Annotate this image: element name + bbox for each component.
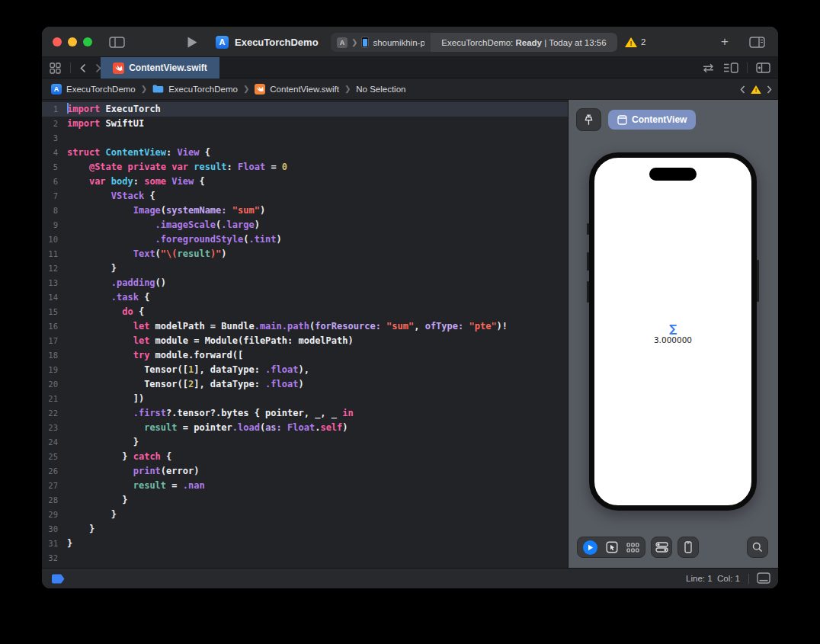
line-number[interactable]: 1 — [42, 102, 65, 117]
code-line[interactable]: 25 } catch { — [42, 450, 568, 464]
go-back-button[interactable] — [80, 63, 86, 73]
activity-status[interactable]: ExecuTorchDemo: Ready | Today at 13:56 — [431, 33, 617, 52]
swap-editor-button[interactable] — [702, 63, 715, 73]
line-number[interactable]: 2 — [42, 117, 65, 131]
line-number[interactable]: 3 — [42, 131, 65, 146]
code-line[interactable]: 30 } — [42, 522, 568, 537]
line-number[interactable]: 12 — [42, 261, 65, 276]
code-line[interactable]: 28 } — [42, 493, 568, 508]
preview-device-button[interactable] — [677, 537, 699, 558]
line-number[interactable]: 22 — [42, 406, 65, 421]
selectable-mode-button[interactable] — [606, 541, 618, 553]
line-number[interactable]: 13 — [42, 276, 65, 290]
line-number[interactable]: 31 — [42, 537, 65, 551]
code-line[interactable]: 23 result = pointer.load(as: Float.self) — [42, 421, 568, 435]
issue-indicator[interactable]: ! 2 — [625, 27, 645, 57]
code-line[interactable]: 9 .imageScale(.large) — [42, 218, 568, 232]
code-line[interactable]: 26 print(error) — [42, 464, 568, 479]
scheme-destination-selector[interactable]: A ❯ shoumikhin-ph — [331, 33, 431, 52]
line-number[interactable]: 7 — [42, 189, 65, 203]
line-number[interactable]: 23 — [42, 421, 65, 435]
code-line[interactable]: 22 .first?.tensor?.bytes { pointer, _, _… — [42, 406, 568, 421]
code-line[interactable]: 2import SwiftUI — [42, 117, 568, 131]
line-number[interactable]: 5 — [42, 160, 65, 175]
code-line[interactable]: 13 .padding() — [42, 276, 568, 290]
line-number[interactable]: 26 — [42, 464, 65, 479]
breadcrumb-file[interactable]: ContentView.swift — [255, 84, 339, 95]
add-editor-button[interactable] — [756, 62, 770, 73]
line-number[interactable]: 8 — [42, 203, 65, 218]
line-number[interactable]: 25 — [42, 450, 65, 464]
pin-preview-button[interactable] — [576, 108, 601, 131]
run-button[interactable] — [187, 27, 198, 57]
code-line[interactable]: 19 Tensor([1], dataType: .float), — [42, 363, 568, 377]
line-number[interactable]: 18 — [42, 348, 65, 363]
breakpoint-toggle-icon[interactable] — [51, 574, 66, 584]
line-number[interactable]: 10 — [42, 232, 65, 247]
line-number[interactable]: 16 — [42, 319, 65, 334]
preview-target-pill[interactable]: ContentView — [608, 110, 696, 130]
warning-icon[interactable]: ! — [751, 85, 761, 93]
code-line[interactable]: 18 try module.forward([ — [42, 348, 568, 363]
zoom-window-button[interactable] — [83, 37, 92, 46]
line-number[interactable]: 30 — [42, 522, 65, 537]
code-line[interactable]: 27 result = .nan — [42, 479, 568, 493]
live-preview-button[interactable] — [583, 540, 597, 555]
code-line[interactable]: 6 var body: some View { — [42, 175, 568, 189]
variants-mode-button[interactable] — [626, 543, 639, 553]
device-settings-button[interactable] — [651, 537, 672, 558]
tab-contentview-swift[interactable]: ContentView.swift — [101, 57, 219, 78]
source-editor[interactable]: 1import ExecuTorch2import SwiftUI34struc… — [42, 100, 568, 568]
code-line[interactable]: 32 — [42, 551, 568, 566]
code-line[interactable]: 4struct ContentView: View { — [42, 146, 568, 160]
code-line[interactable]: 1import ExecuTorch — [42, 102, 568, 117]
code-line[interactable]: 15 do { — [42, 305, 568, 319]
code-line[interactable]: 12 } — [42, 261, 568, 276]
minimize-window-button[interactable] — [68, 37, 77, 46]
sidebar-icon — [109, 37, 125, 48]
line-number[interactable]: 28 — [42, 493, 65, 508]
library-add-button[interactable]: + — [716, 27, 734, 57]
code-line[interactable]: 21 ]) — [42, 392, 568, 406]
line-number[interactable]: 29 — [42, 508, 65, 522]
toggle-navigator-button[interactable] — [109, 27, 125, 57]
code-line[interactable]: 10 .foregroundStyle(.tint) — [42, 232, 568, 247]
editor-options-button[interactable] — [723, 62, 738, 73]
line-number[interactable]: 21 — [42, 392, 65, 406]
code-line[interactable]: 8 Image(systemName: "sum") — [42, 203, 568, 218]
breadcrumb-project[interactable]: A ExecuTorchDemo — [51, 84, 136, 95]
code-line[interactable]: 16 let modelPath = Bundle.main.path(forR… — [42, 319, 568, 334]
iphone-preview-device[interactable]: ∑ 3.000000 — [589, 152, 757, 511]
code-line[interactable]: 14 .task { — [42, 290, 568, 305]
code-line[interactable]: 3 — [42, 131, 568, 146]
line-number[interactable]: 27 — [42, 479, 65, 493]
line-number[interactable]: 24 — [42, 435, 65, 450]
line-number[interactable]: 4 — [42, 146, 65, 160]
adjust-editor-button[interactable] — [757, 572, 770, 584]
line-number[interactable]: 9 — [42, 218, 65, 232]
code-line[interactable]: 17 let module = Module(filePath: modelPa… — [42, 334, 568, 348]
code-line[interactable]: 31} — [42, 537, 568, 551]
line-number[interactable]: 19 — [42, 363, 65, 377]
code-line[interactable]: 5 @State private var result: Float = 0 — [42, 160, 568, 175]
line-number[interactable]: 6 — [42, 175, 65, 189]
line-number[interactable]: 11 — [42, 247, 65, 261]
code-line[interactable]: 20 Tensor([2], dataType: .float) — [42, 377, 568, 392]
line-number[interactable]: 15 — [42, 305, 65, 319]
code-line[interactable]: 24 } — [42, 435, 568, 450]
next-issue-button[interactable] — [767, 85, 772, 94]
preview-zoom-button[interactable] — [747, 537, 768, 558]
code-line[interactable]: 7 VStack { — [42, 189, 568, 203]
tab-overview-button[interactable] — [50, 62, 61, 74]
previous-issue-button[interactable] — [740, 85, 745, 94]
line-number[interactable]: 14 — [42, 290, 65, 305]
toggle-inspector-button[interactable] — [749, 27, 765, 57]
breadcrumb-group[interactable]: ExecuTorchDemo — [152, 85, 238, 94]
line-number[interactable]: 32 — [42, 551, 65, 566]
code-line[interactable]: 29 } — [42, 508, 568, 522]
line-number[interactable]: 17 — [42, 334, 65, 348]
close-window-button[interactable] — [53, 37, 62, 46]
line-number[interactable]: 20 — [42, 377, 65, 392]
code-line[interactable]: 11 Text("\(result)") — [42, 247, 568, 261]
breadcrumb-selection[interactable]: No Selection — [356, 85, 405, 94]
